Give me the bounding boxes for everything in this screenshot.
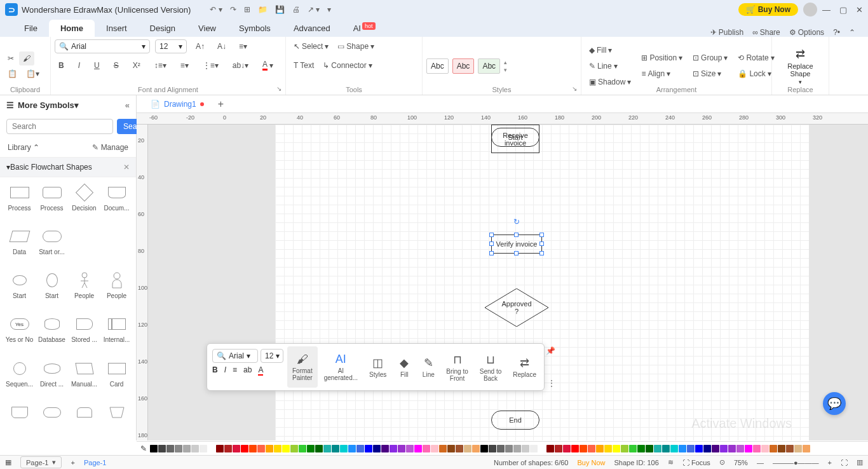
float-send-back[interactable]: ⊔Send to Back [475, 346, 506, 388]
color-swatch[interactable] [662, 445, 670, 452]
minimize-icon[interactable]: — [822, 5, 831, 15]
more-icon[interactable]: ▾ [327, 5, 331, 14]
float-fill[interactable]: ◆Fill [393, 346, 416, 388]
color-swatch[interactable] [563, 445, 571, 452]
replace-shape-button[interactable]: Replace Shape [787, 62, 813, 78]
color-swatch[interactable] [183, 445, 191, 452]
color-swatch[interactable] [150, 445, 158, 452]
float-ai[interactable]: AIAI generated... [319, 346, 363, 388]
color-swatch[interactable] [323, 445, 331, 452]
resize-handle[interactable] [489, 233, 494, 237]
color-swatch[interactable] [679, 445, 686, 452]
tab-advanced[interactable]: Advanced [282, 20, 342, 37]
strike-icon[interactable]: S [110, 58, 123, 72]
line-button[interactable]: ✎ Line▾ [585, 59, 635, 73]
print-icon[interactable]: 🖨 [292, 5, 300, 14]
color-swatch[interactable] [571, 445, 579, 452]
font-size-select[interactable]: 12 ▾ [155, 39, 187, 53]
float-color-icon[interactable]: A [258, 365, 263, 374]
shape-item[interactable] [102, 402, 131, 435]
connector-tool[interactable]: ↳ Connector▾ [319, 58, 376, 72]
format-painter-icon[interactable]: 🖌 [19, 51, 34, 65]
color-swatch[interactable] [770, 445, 777, 452]
zoom-slider[interactable]: ———●——— [773, 459, 819, 466]
publish-button[interactable]: ✈ Publish [710, 28, 743, 37]
status-buynow[interactable]: Buy Now [577, 459, 605, 466]
new-icon[interactable]: ⊞ [244, 5, 250, 14]
float-size-select[interactable]: 12▾ [261, 349, 283, 363]
color-swatch[interactable] [604, 445, 612, 452]
flowchart-approved[interactable]: Approved ? [485, 289, 548, 327]
add-tab-icon[interactable]: + [218, 99, 224, 110]
color-swatch[interactable] [290, 445, 298, 452]
color-swatch[interactable] [480, 445, 488, 452]
color-swatch[interactable] [778, 445, 785, 452]
page-selector[interactable]: Page-1 ▾ [20, 456, 62, 468]
open-icon[interactable]: 📁 [258, 5, 268, 14]
color-swatch[interactable] [687, 445, 695, 452]
color-swatch[interactable] [497, 445, 505, 452]
color-swatch[interactable] [505, 445, 513, 452]
user-avatar[interactable] [803, 3, 817, 17]
shape-tool[interactable]: ▭ Shape▾ [334, 39, 378, 53]
cut-icon[interactable]: ✂ [4, 51, 18, 65]
color-swatch[interactable] [745, 445, 752, 452]
color-swatch[interactable] [299, 445, 306, 452]
font-name-select[interactable]: 🔍 Arial ▾ [55, 39, 150, 53]
color-swatch[interactable] [224, 445, 232, 452]
color-swatch[interactable] [431, 445, 438, 452]
color-swatch[interactable] [447, 445, 455, 452]
color-swatch[interactable] [753, 445, 761, 452]
style-preset-1[interactable]: Abc [426, 58, 449, 74]
italic-icon[interactable]: I [74, 58, 84, 72]
color-swatch[interactable] [621, 445, 628, 452]
color-swatch[interactable] [489, 445, 496, 452]
flowchart-end[interactable]: End [491, 411, 539, 430]
color-swatch[interactable] [233, 445, 240, 452]
resize-handle[interactable] [514, 233, 519, 237]
shape-item[interactable]: Process [37, 182, 66, 222]
pages-view-icon[interactable]: ▦ [5, 458, 11, 466]
color-swatch[interactable] [307, 445, 315, 452]
resize-handle[interactable] [539, 251, 544, 255]
color-swatch[interactable] [538, 445, 546, 452]
undo-icon[interactable]: ↶ ▾ [210, 5, 222, 14]
collapse-ribbon-icon[interactable]: ⌃ [849, 28, 855, 37]
superscript-icon[interactable]: X² [129, 58, 144, 72]
collapse-panel-icon[interactable]: « [125, 100, 130, 110]
shape-item[interactable]: Process [5, 182, 34, 222]
options-button[interactable]: ⚙ Options [789, 28, 824, 37]
shape-item[interactable]: People [102, 270, 131, 310]
share-button[interactable]: ∞ Share [752, 28, 780, 37]
tab-symbols[interactable]: Symbols [227, 20, 282, 37]
resize-handle[interactable] [539, 241, 544, 246]
color-swatch[interactable] [365, 445, 372, 452]
shape-item[interactable]: Data [5, 226, 34, 266]
color-swatch[interactable] [381, 445, 389, 452]
color-swatch[interactable] [373, 445, 381, 452]
color-swatch[interactable] [695, 445, 703, 452]
color-swatch[interactable] [728, 445, 736, 452]
color-swatch[interactable] [282, 445, 290, 452]
shape-item[interactable]: Start or... [37, 226, 66, 266]
spacing-icon[interactable]: ↕≡▾ [151, 58, 170, 72]
shape-item[interactable]: Docum... [102, 182, 131, 222]
color-swatch[interactable] [712, 445, 719, 452]
shape-item[interactable]: Internal... [102, 314, 131, 354]
close-icon[interactable]: ✕ [856, 5, 863, 15]
styles-up-icon[interactable]: ▴ [504, 59, 507, 65]
chat-fab-icon[interactable]: 💬 [823, 392, 846, 415]
float-bold-icon[interactable]: B [212, 365, 218, 374]
tab-design[interactable]: Design [139, 20, 187, 37]
resize-handle[interactable] [489, 251, 494, 255]
shape-item[interactable]: Manual... [70, 358, 98, 398]
align-button[interactable]: ≡ Align▾ [637, 67, 686, 81]
color-swatch[interactable] [340, 445, 348, 452]
help-icon[interactable]: ?• [833, 28, 840, 37]
zoom-in-icon[interactable]: + [828, 459, 832, 466]
shape-item[interactable] [5, 402, 34, 435]
color-swatch[interactable] [398, 445, 405, 452]
more-symbols-title[interactable]: More Symbols▾ [18, 100, 79, 110]
tab-file[interactable]: File [13, 20, 49, 37]
text-tool[interactable]: T Text [290, 58, 318, 72]
